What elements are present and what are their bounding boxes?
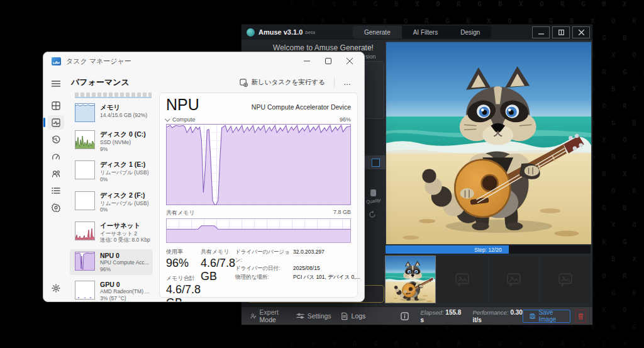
- npu-stats: 使用率 96% メモリ合計 4.6/7.8 GB 共有メモリ 4.6/7.8 G…: [166, 248, 351, 302]
- expert-mode-button[interactable]: Expert Mode: [250, 308, 287, 323]
- task-manager-window: タスク マネージャー パフォーマンス 新しいタスクを実行する: [43, 52, 365, 302]
- sidebar-item-ethernet[interactable]: イーサネット イーサネット 2 送信: 0 受信: 8.0 Kbp: [70, 219, 153, 246]
- thumbnail-generated[interactable]: [386, 256, 435, 303]
- compute-section-label[interactable]: Compute: [166, 116, 196, 123]
- thumbnail-placeholder[interactable]: [489, 256, 539, 303]
- location-label: 物理的な場所:: [235, 273, 293, 281]
- scrolled-item-sliver[interactable]: [75, 93, 152, 98]
- services-icon[interactable]: [48, 200, 64, 215]
- info-icon[interactable]: [401, 312, 409, 320]
- task-manager-titlebar[interactable]: タスク マネージャー: [43, 52, 364, 70]
- shared-value: 4.6/7.8 GB: [201, 257, 235, 283]
- maximize-button[interactable]: [318, 52, 339, 70]
- maximize-button[interactable]: [552, 26, 570, 38]
- compute-max-value: 96%: [340, 116, 351, 123]
- run-new-task-button[interactable]: 新しいタスクを実行する: [235, 76, 330, 89]
- sidebar-item-disk2[interactable]: ディスク 2 (F:) リムーバブル (USB) 0%: [70, 189, 153, 216]
- amuse-logo-icon: [247, 28, 255, 36]
- users-icon[interactable]: [48, 166, 64, 181]
- minimize-button[interactable]: [296, 52, 318, 70]
- minimize-button[interactable]: [532, 26, 550, 38]
- more-options-button[interactable]: …: [338, 78, 357, 87]
- divider: [334, 77, 335, 87]
- elapsed-metric: Elapsed:155.8 s: [420, 308, 461, 323]
- tab-generate[interactable]: Generate: [353, 26, 402, 38]
- delete-button[interactable]: [575, 310, 586, 323]
- sidebar-item-disk0[interactable]: ディスク 0 (C:) SSD (NVMe) 9%: [70, 128, 153, 155]
- close-button[interactable]: [339, 52, 360, 70]
- desktop: XORGBXORGBXORGBXORGBXORGBXORGBXORGBXORGB…: [0, 0, 644, 348]
- partial-occluded-text: sion: [365, 53, 376, 60]
- task-manager-nav-rail: [43, 70, 69, 301]
- logs-button[interactable]: Logs: [340, 312, 366, 320]
- task-manager-title: タスク マネージャー: [66, 57, 131, 66]
- expert-mode-label: Expert Mode: [260, 308, 287, 323]
- npu-title: NPU: [166, 97, 199, 113]
- hamburger-menu-icon[interactable]: [48, 76, 64, 91]
- npu-detail-panel: NPU NPU Compute Accelerator Device Compu…: [159, 93, 358, 298]
- amuse-tab-bar: Generate AI Filters Design: [353, 26, 491, 38]
- generation-progress-bar: Step: 12/20: [386, 245, 591, 254]
- quality-label: Quality: [365, 197, 380, 205]
- usage-label: 使用率: [166, 248, 201, 256]
- amuse-statusbar: Expert Mode Settings Logs Elapsed:155.8 …: [242, 306, 592, 325]
- amuse-window-title: Amuse v3.1.0: [258, 28, 303, 36]
- option-toggle[interactable]: [365, 155, 386, 169]
- npu-device-name: NPU Compute Accelerator Device: [252, 103, 351, 113]
- shared-memory-graph[interactable]: [166, 218, 351, 243]
- driver-date-value: 2025/08/15: [293, 264, 320, 272]
- driver-version-value: 32.0.203.297: [293, 248, 325, 264]
- details-icon[interactable]: [48, 183, 64, 198]
- app-history-icon[interactable]: [48, 132, 64, 147]
- performance-sidebar-list: メモリ 14.4/15.6 GB (92%) ディスク 0 (C:) SSD (…: [70, 93, 155, 301]
- driver-version-label: ドライバーのバージョン:: [235, 248, 293, 264]
- settings-label: Settings: [308, 312, 331, 320]
- close-button[interactable]: [572, 26, 590, 38]
- generated-image[interactable]: [386, 42, 592, 245]
- run-new-task-label: 新しいタスクを実行する: [252, 78, 325, 87]
- quality-slider-handle[interactable]: [370, 189, 376, 196]
- thumbnail-placeholder[interactable]: [437, 256, 487, 303]
- settings-gear-icon[interactable]: [48, 281, 64, 295]
- startup-apps-icon[interactable]: [48, 149, 64, 164]
- beach-raccoon-scene: [386, 42, 591, 244]
- total-memory-value: 4.6/7.8 GB: [166, 283, 201, 302]
- shared-memory-max: 7.8 GB: [333, 209, 351, 217]
- elapsed-label: Elapsed:: [420, 309, 443, 316]
- total-memory-label: メモリ合計: [166, 274, 201, 283]
- amuse-window-controls: [532, 26, 590, 38]
- amuse-beta-badge: beta: [305, 30, 315, 35]
- task-manager-app-icon: [52, 57, 61, 65]
- performance-header: パフォーマンス 新しいタスクを実行する …: [71, 75, 357, 90]
- processes-icon[interactable]: [48, 98, 64, 113]
- thumbnail-strip: [386, 256, 591, 303]
- chevron-down-icon: [165, 116, 170, 121]
- sidebar-item-disk1[interactable]: ディスク 1 (E:) リムーバブル (USB) 0%: [70, 158, 153, 185]
- checkbox-icon[interactable]: [372, 159, 380, 167]
- thumbnail-placeholder[interactable]: [541, 256, 591, 303]
- shared-memory-label: 共有メモリ: [166, 209, 195, 217]
- settings-button[interactable]: Settings: [296, 312, 331, 320]
- tab-design[interactable]: Design: [449, 26, 491, 38]
- performance-icon[interactable]: [48, 115, 64, 130]
- amuse-titlebar[interactable]: Amuse v3.1.0 beta Generate AI Filters De…: [242, 25, 592, 40]
- location-value: PCI バス 101, デバイス 0,...: [293, 273, 360, 281]
- sidebar-item-npu0[interactable]: NPU 0 NPU Compute Acc... 96%: [70, 249, 153, 275]
- performance-label: Performance:: [472, 309, 508, 316]
- save-image-button[interactable]: Save Image: [523, 310, 570, 323]
- performance-metric: Performance:0.30 it/s: [472, 308, 523, 323]
- sidebar-item-gpu0[interactable]: GPU 0 AMD Radeon(TM) ... 3% (57 °C): [70, 278, 153, 301]
- driver-date-label: ドライバーの日付:: [235, 264, 293, 272]
- usage-value: 96%: [166, 257, 201, 270]
- save-image-label: Save Image: [538, 309, 563, 323]
- refresh-icon[interactable]: [369, 211, 376, 220]
- sidebar-item-memory[interactable]: メモリ 14.4/15.6 GB (92%): [70, 101, 153, 125]
- shared-label: 共有メモリ: [201, 248, 235, 256]
- progress-label: Step: 12/20: [386, 245, 591, 254]
- npu-compute-graph[interactable]: [166, 124, 351, 205]
- tab-ai-filters[interactable]: AI Filters: [402, 26, 449, 38]
- logs-label: Logs: [352, 312, 366, 320]
- task-manager-window-controls: [296, 52, 360, 70]
- welcome-heading: Welcome to Amuse Generate!: [267, 43, 380, 52]
- page-title: パフォーマンス: [71, 77, 130, 88]
